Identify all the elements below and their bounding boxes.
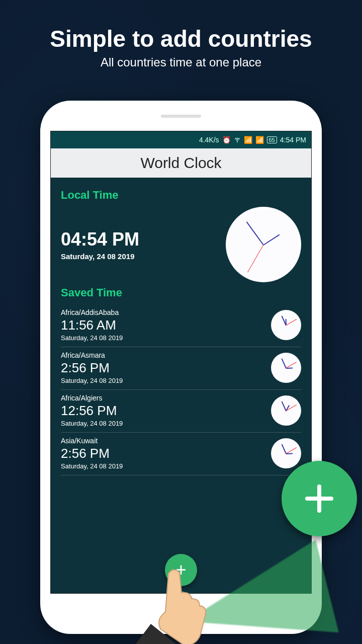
app-content: Local Time 04:54 PM Saturday, 24 08 2019…: [51, 178, 311, 593]
battery-value: 65: [269, 137, 275, 143]
timezone-date: Saturday, 24 08 2019: [61, 334, 264, 342]
timezone-time: 2:56 PM: [61, 360, 264, 376]
clock-second-hand: [247, 245, 263, 272]
status-bar: 4.4K/s ⏰ 📶 📶 65 4:54 PM: [51, 131, 311, 148]
status-time: 4:54 PM: [280, 136, 306, 144]
saved-time-row[interactable]: Africa/Algiers 12:56 PM Saturday, 24 08 …: [61, 390, 301, 433]
local-time-label: Local Time: [61, 189, 301, 202]
clock-second-hand: [286, 319, 297, 326]
timezone-analog-clock: [271, 310, 301, 340]
timezone-analog-clock: [271, 395, 301, 426]
timezone-analog-clock: [271, 438, 301, 468]
timezone-name: Asia/Kuwait: [61, 437, 264, 445]
timezone-name: Africa/Asmara: [61, 351, 264, 359]
timezone-analog-clock: [271, 353, 301, 383]
clock-hour-hand: [263, 234, 280, 246]
timezone-time: 12:56 PM: [61, 403, 264, 419]
plus-icon: [299, 478, 339, 519]
app-title-bar: World Clock: [51, 148, 311, 178]
saved-time-label: Saved Time: [61, 286, 301, 299]
signal-icon: 📶: [244, 136, 252, 144]
clock-minute-hand: [282, 444, 287, 454]
timezone-name: Africa/AddisAbaba: [61, 308, 264, 316]
saved-time-row[interactable]: Africa/Asmara 2:56 PM Saturday, 24 08 20…: [61, 347, 301, 390]
pointing-hand-icon: [121, 564, 221, 644]
timezone-date: Saturday, 24 08 2019: [61, 377, 264, 384]
phone-frame: 4.4K/s ⏰ 📶 📶 65 4:54 PM World Clock Loca…: [40, 101, 322, 634]
promo-subtitle: All countries time at one place: [0, 55, 362, 69]
phone-screen: 4.4K/s ⏰ 📶 📶 65 4:54 PM World Clock Loca…: [50, 131, 312, 594]
timezone-date: Saturday, 24 08 2019: [61, 462, 264, 470]
timezone-time: 11:56 AM: [61, 317, 264, 333]
alarm-icon: ⏰: [222, 136, 231, 144]
saved-time-row[interactable]: Africa/AddisAbaba 11:56 AM Saturday, 24 …: [61, 304, 301, 347]
local-time-block: 04:54 PM Saturday, 24 08 2019: [61, 207, 301, 282]
timezone-time: 2:56 PM: [61, 446, 264, 461]
local-analog-clock: [226, 207, 301, 282]
timezone-date: Saturday, 24 08 2019: [61, 420, 264, 427]
local-time-value: 04:54 PM: [61, 229, 216, 250]
app-title: World Clock: [140, 154, 221, 171]
saved-time-list: Africa/AddisAbaba 11:56 AM Saturday, 24 …: [61, 304, 301, 475]
promo-title: Simple to add countries: [0, 25, 362, 52]
local-date-value: Saturday, 24 08 2019: [61, 252, 216, 261]
battery-icon: 65: [267, 136, 277, 143]
wifi-icon: [234, 136, 241, 144]
clock-minute-hand: [282, 401, 287, 411]
timezone-name: Africa/Algiers: [61, 394, 264, 402]
status-speed: 4.4K/s: [199, 136, 219, 144]
saved-time-row[interactable]: Asia/Kuwait 2:56 PM Saturday, 24 08 2019: [61, 433, 301, 475]
signal-icon-2: 📶: [255, 136, 264, 144]
clock-minute-hand: [246, 221, 264, 245]
add-clock-button-zoomed[interactable]: [282, 461, 357, 536]
promo-block: Simple to add countries All countries ti…: [0, 0, 362, 69]
clock-minute-hand: [282, 358, 287, 368]
